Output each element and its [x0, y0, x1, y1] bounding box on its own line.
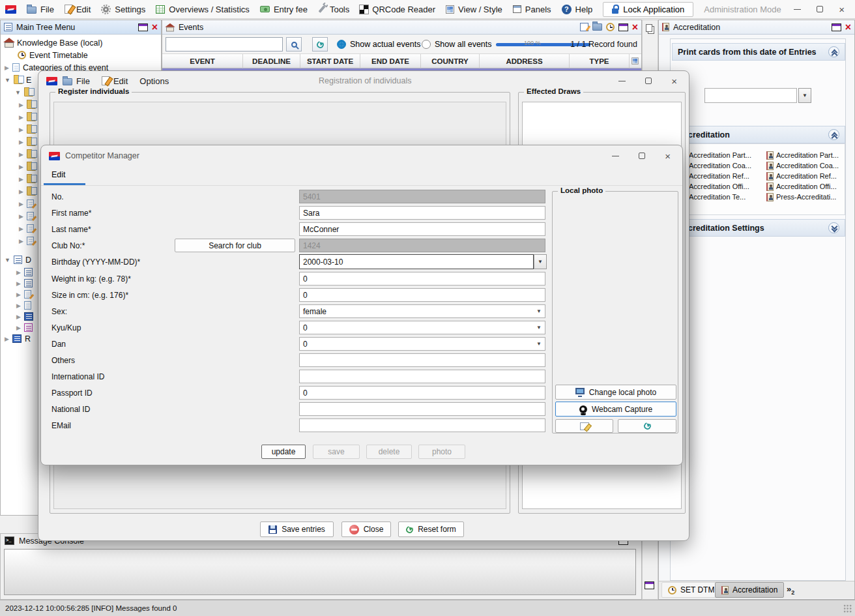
save-entries-button[interactable]: Save entries	[260, 521, 334, 537]
accreditation-item[interactable]: Accreditation Te...	[679, 192, 751, 202]
email-field[interactable]	[299, 418, 545, 432]
registration-menu-file[interactable]: File	[63, 76, 90, 86]
close-panel-icon[interactable]: ×	[632, 22, 638, 33]
column-header-event[interactable]: EVENT	[162, 54, 243, 68]
close-icon[interactable]: ×	[671, 76, 677, 86]
tree-item[interactable]: ▶	[19, 173, 36, 184]
collapse-arrow-icon[interactable]: ▼	[5, 77, 10, 83]
events-search-input[interactable]	[166, 37, 283, 51]
entries-date-combo-input[interactable]	[704, 88, 797, 103]
others-field[interactable]	[299, 353, 545, 367]
tab-accreditation[interactable]: Accreditation	[715, 582, 784, 598]
column-header-end-date[interactable]: END DATE	[360, 54, 421, 68]
accreditation-item[interactable]: Accreditation Offi...	[679, 181, 751, 192]
first-name-field[interactable]	[299, 206, 545, 220]
timetable-icon[interactable]	[606, 23, 615, 31]
tree-item[interactable]: ▶	[19, 111, 36, 123]
tree-item[interactable]: ▶	[16, 289, 31, 300]
size-field[interactable]	[299, 288, 545, 302]
menu-edit[interactable]: Edit	[51, 170, 66, 179]
passport-id-field[interactable]	[299, 386, 545, 400]
column-header-address[interactable]: ADDRESS	[480, 54, 570, 68]
close-panel-icon[interactable]: ×	[845, 22, 851, 33]
menu-tools[interactable]: Tools	[318, 5, 349, 14]
tree-item[interactable]: ▶	[19, 198, 34, 209]
tree-item[interactable]: ▶	[16, 267, 33, 278]
tree-item-knowledge-base[interactable]: Knowledge Base (local)	[5, 37, 102, 48]
tree-item[interactable]: ▶	[19, 149, 36, 160]
accreditation-settings-header[interactable]: Accreditation Settings	[672, 219, 845, 237]
radio-show-all[interactable]: Show all events	[422, 40, 492, 49]
kyu-kup-select[interactable]: 0▼	[299, 321, 545, 334]
accreditation-section-header[interactable]: Accreditation	[672, 126, 845, 143]
minimize-icon[interactable]	[612, 156, 619, 156]
column-header-country[interactable]: COUNTRY	[421, 54, 480, 68]
tree-item[interactable]: ▶	[19, 124, 36, 135]
accreditation-item[interactable]: Accreditation Part...	[766, 150, 839, 160]
tree-item[interactable]: ▶	[16, 322, 33, 333]
tab-set-dtm[interactable]: SET DTM	[661, 582, 721, 598]
accreditation-item[interactable]: Accreditation Coa...	[679, 160, 751, 171]
lock-application-button[interactable]: Lock Application	[603, 2, 693, 17]
maximize-icon[interactable]	[645, 78, 652, 84]
console-output[interactable]	[4, 549, 636, 595]
weight-field[interactable]	[299, 272, 545, 286]
accreditation-item[interactable]: Accreditation Ref...	[766, 171, 839, 181]
tree-item-draws[interactable]: ▼D	[5, 254, 31, 265]
minimize-icon[interactable]	[618, 81, 626, 81]
edit-event-icon[interactable]	[580, 23, 588, 31]
registration-menu-options[interactable]: Options	[139, 76, 169, 86]
restore-panel-icon[interactable]	[138, 23, 148, 31]
tree-item[interactable]: ▶	[19, 235, 34, 246]
expand-arrow-icon[interactable]: ▶	[5, 65, 9, 71]
tree-item[interactable]: ▶	[19, 99, 36, 110]
menu-overviews-statistics[interactable]: Overviews / Statistics	[156, 5, 250, 14]
change-local-photo-button[interactable]: Change local photo	[555, 385, 676, 400]
edit-photo-button[interactable]	[555, 419, 613, 433]
column-settings-icon[interactable]	[631, 57, 639, 65]
search-for-club-button[interactable]: Search for club	[175, 239, 295, 252]
resize-grip[interactable]	[843, 604, 852, 613]
radio-show-actual[interactable]: Show actual events	[337, 40, 420, 49]
collapse-section-icon[interactable]	[828, 46, 839, 57]
tree-item[interactable]: ▶	[19, 136, 36, 147]
expand-section-icon[interactable]	[828, 222, 839, 233]
accreditation-item[interactable]: Press-Accreditati...	[766, 192, 839, 202]
close-icon[interactable]: ×	[665, 151, 671, 161]
dan-select[interactable]: 0▼	[299, 337, 545, 351]
sex-select[interactable]: female▼	[299, 304, 545, 318]
search-button[interactable]	[286, 37, 302, 51]
menu-panels[interactable]: Panels	[513, 5, 551, 14]
birthday-dropdown-arrow[interactable]: ▼	[534, 254, 547, 269]
pages-icon[interactable]	[646, 24, 652, 32]
restore-panel-icon[interactable]	[832, 23, 841, 31]
maximize-icon[interactable]	[639, 153, 645, 159]
open-event-icon[interactable]	[592, 23, 602, 31]
refresh-events-button[interactable]	[312, 37, 328, 51]
restore-console-icon[interactable]	[645, 581, 654, 589]
close-icon[interactable]: ×	[839, 5, 845, 14]
registration-menu-edit[interactable]: Edit	[102, 76, 128, 86]
tree-item[interactable]: ▶	[16, 300, 31, 311]
tree-item[interactable]: ▶	[19, 223, 34, 234]
tree-item-event[interactable]: ▼E	[5, 74, 31, 85]
tree-item-results[interactable]: ▶R	[5, 333, 31, 344]
column-header-deadline[interactable]: DEADLINE	[243, 54, 300, 68]
tree-item[interactable]: ▼	[15, 87, 33, 98]
close-button[interactable]: Close	[341, 521, 391, 537]
reload-photo-button[interactable]	[618, 419, 676, 433]
menu-entry-fee[interactable]: Entry fee	[260, 5, 308, 14]
menu-view-style[interactable]: View / Style	[446, 5, 502, 14]
menu-file[interactable]: File	[27, 5, 54, 14]
birthday-field[interactable]	[299, 254, 534, 269]
update-button[interactable]: update	[261, 445, 306, 459]
tree-item[interactable]: ▶	[19, 161, 36, 172]
close-panel-icon[interactable]: ×	[152, 22, 158, 33]
tree-item-event-timetable[interactable]: Event Timetable	[18, 50, 88, 61]
minimize-icon[interactable]	[794, 9, 801, 10]
menu-qrcode-reader[interactable]: QRCode Reader	[360, 5, 435, 14]
accreditation-item[interactable]: Accreditation Ref...	[679, 171, 751, 181]
tree-item[interactable]: ▶	[19, 211, 34, 222]
accreditation-item[interactable]: Accreditation Offi...	[766, 181, 839, 192]
tab-overflow[interactable]: »2	[787, 584, 794, 596]
